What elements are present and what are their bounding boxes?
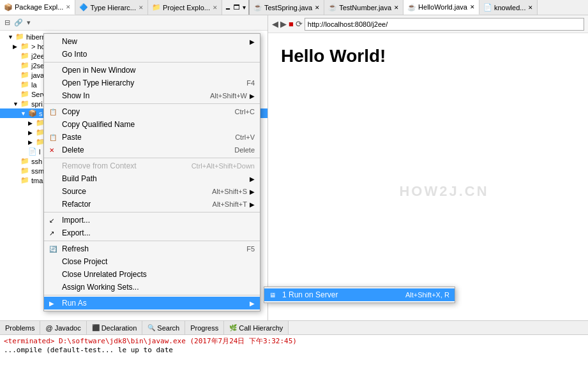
tab-type-hierarchy[interactable]: 🔷 Type Hierarc... ✕ — [75, 0, 148, 15]
menu-item-go-into[interactable]: Go Into — [44, 48, 260, 61]
tab-testnumber[interactable]: ☕ TestNumber.java ✕ — [324, 0, 403, 15]
menu-item-paste[interactable]: 📋 Paste Ctrl+V — [44, 131, 260, 144]
bottom-tab-call-hierarchy[interactable]: 🌿 Call Hierarchy — [224, 321, 289, 334]
folder-icon: 📁 — [20, 100, 29, 108]
bottom-tab-problems[interactable]: Problems — [0, 321, 40, 334]
tab-package-explorer[interactable]: 📦 Package Expl... ✕ — [0, 0, 75, 15]
arrow-icon: ▶ — [250, 188, 255, 195]
menu-item-new[interactable]: New ▶ — [44, 35, 260, 48]
expand-icon: ▶ — [28, 130, 36, 136]
package-explorer-icon: 📦 — [4, 3, 13, 11]
arrow-icon: ▶ — [250, 300, 255, 307]
menu-item-export[interactable]: ↗ Export... — [44, 227, 260, 239]
shortcut-label: F4 — [246, 79, 255, 87]
tab-project-explorer[interactable]: 📁 Project Explo... ✕ — [148, 0, 222, 15]
tab-close-icon[interactable]: ✕ — [139, 4, 144, 11]
menu-item-source[interactable]: Source Alt+Shift+S ▶ — [44, 185, 260, 198]
bottom-tab-declaration[interactable]: ⬛ Declaration — [87, 321, 143, 334]
menu-item-remove-context[interactable]: Remove from Context Ctrl+Alt+Shift+Down — [44, 160, 260, 172]
minimize-btn[interactable]: 🗕 — [223, 4, 232, 11]
folder-icon: 📁 — [20, 61, 29, 70]
link-editor-btn[interactable]: 🔗 — [12, 19, 25, 27]
folder-icon: 📁 — [20, 80, 29, 89]
server-icon: 🖥 — [269, 292, 276, 299]
menu-item-run-as[interactable]: ▶ Run As ▶ — [44, 297, 260, 309]
java-file-icon: ☕ — [328, 3, 337, 11]
forward-btn[interactable]: ▶ — [280, 19, 287, 29]
menu-item-close-project[interactable]: Close Project — [44, 255, 260, 268]
view-menu-btn[interactable]: ▾ — [241, 4, 247, 11]
arrow-icon: ▶ — [250, 93, 255, 100]
maximize-btn[interactable]: 🗖 — [232, 4, 241, 11]
arrow-icon: ▶ — [250, 175, 255, 182]
menu-item-refactor[interactable]: Refactor Alt+Shift+T ▶ — [44, 198, 260, 211]
menu-item-show-in[interactable]: Show In Alt+Shift+W ▶ — [44, 89, 260, 102]
folder-icon: 📁 — [20, 90, 29, 98]
menu-item-copy-qualified-name[interactable]: Copy Qualified Name — [44, 118, 260, 131]
context-menu: New ▶ Go Into Open in New Window Open Ty… — [43, 33, 260, 311]
tab-knowledge[interactable]: 📄 knowled... ✕ — [479, 0, 538, 15]
menu-item-close-unrelated[interactable]: Close Unrelated Projects — [44, 268, 260, 281]
folder-icon: 📁 — [20, 167, 29, 175]
arrow-icon: ▶ — [250, 201, 255, 208]
refresh-btn[interactable]: ⟳ — [296, 19, 303, 29]
shortcut-label: F5 — [246, 245, 255, 253]
expand-icon: ▼ — [20, 110, 28, 117]
menu-item-build-path[interactable]: Build Path ▶ — [44, 172, 260, 185]
console-line-normal: ...ompile (default-test... le up to date — [4, 346, 584, 354]
tab-close-icon[interactable]: ✕ — [66, 4, 71, 10]
tab-close-icon[interactable]: ✕ — [470, 4, 475, 10]
menu-separator — [44, 295, 260, 295]
tab-helloworld[interactable]: ☕ HelloWorld.java ✕ — [403, 0, 479, 15]
back-btn[interactable]: ◀ — [272, 19, 278, 29]
tab-close-icon[interactable]: ✕ — [528, 4, 533, 11]
copy-icon: 📋 — [49, 108, 57, 115]
menu-item-refresh[interactable]: 🔄 Refresh F5 — [44, 242, 260, 255]
run-as-submenu: 🖥 1 Run on Server Alt+Shift+X, R — [264, 287, 455, 303]
bottom-tab-search[interactable]: 🔍 Search — [142, 321, 185, 334]
expand-icon: ▶ — [28, 139, 36, 145]
stop-btn[interactable]: ■ — [289, 19, 294, 29]
refresh-icon: 🔄 — [49, 246, 57, 253]
menu-item-import[interactable]: ↙ Import... — [44, 214, 260, 227]
menu-item-assign-working-sets[interactable]: Assign Working Sets... — [44, 281, 260, 294]
menu-separator — [44, 62, 260, 63]
context-menu-overlay: New ▶ Go Into Open in New Window Open Ty… — [43, 33, 260, 311]
submenu-item-run-on-server[interactable]: 🖥 1 Run on Server Alt+Shift+X, R — [264, 288, 455, 301]
menu-separator — [44, 241, 260, 241]
collapse-all-btn[interactable]: ⊟ — [3, 19, 12, 27]
project-icon: 📦 — [28, 109, 37, 117]
shortcut-label: Alt+Shift+T — [213, 200, 250, 208]
shortcut-label: Ctrl+V — [235, 133, 255, 141]
shortcut-label: Ctrl+Alt+Shift+Down — [192, 162, 255, 170]
folder-icon: 📁 — [20, 42, 29, 50]
tab-close-icon[interactable]: ✕ — [315, 4, 320, 11]
menu-separator — [44, 212, 260, 212]
menu-item-delete[interactable]: ✕ Delete Delete — [44, 144, 260, 156]
expand-icon: ▶ — [28, 120, 36, 126]
tab-testspring[interactable]: ☕ TestSpring.java ✕ — [250, 0, 324, 15]
folder-icon: 📁 — [20, 52, 29, 60]
url-bar[interactable] — [305, 18, 584, 31]
bottom-panel: Problems @ Javadoc ⬛ Declaration 🔍 Searc… — [0, 320, 588, 365]
expand-icon: ▼ — [8, 34, 15, 40]
export-icon: ↗ — [49, 230, 54, 237]
menu-item-open-new-window[interactable]: Open in New Window — [44, 64, 260, 77]
bottom-tabs-bar: Problems @ Javadoc ⬛ Declaration 🔍 Searc… — [0, 321, 588, 335]
folder-icon: 📁 — [15, 33, 24, 41]
tab-close-icon[interactable]: ✕ — [213, 4, 218, 11]
bottom-tab-javadoc[interactable]: @ Javadoc — [40, 321, 86, 334]
java-file-icon: ☕ — [407, 3, 416, 11]
view-menu-btn[interactable]: ▾ — [25, 19, 33, 27]
right-panel: ◀ ▶ ■ ⟳ Hello World! HOW2J.CN — [268, 15, 588, 320]
bottom-tab-progress[interactable]: Progress — [185, 321, 224, 334]
menu-item-open-type-hierarchy[interactable]: Open Type Hierarchy F4 — [44, 77, 260, 89]
menu-item-copy[interactable]: 📋 Copy Ctrl+C — [44, 105, 260, 118]
arrow-icon: ▶ — [250, 38, 255, 45]
java-file-icon: ☕ — [253, 3, 262, 11]
browser-content: Hello World! HOW2J.CN — [268, 33, 588, 320]
browser-toolbar: ◀ ▶ ■ ⟳ — [268, 15, 588, 33]
tab-close-icon[interactable]: ✕ — [394, 4, 399, 11]
project-explorer-icon: 📁 — [152, 3, 161, 11]
import-icon: ↙ — [49, 217, 54, 224]
